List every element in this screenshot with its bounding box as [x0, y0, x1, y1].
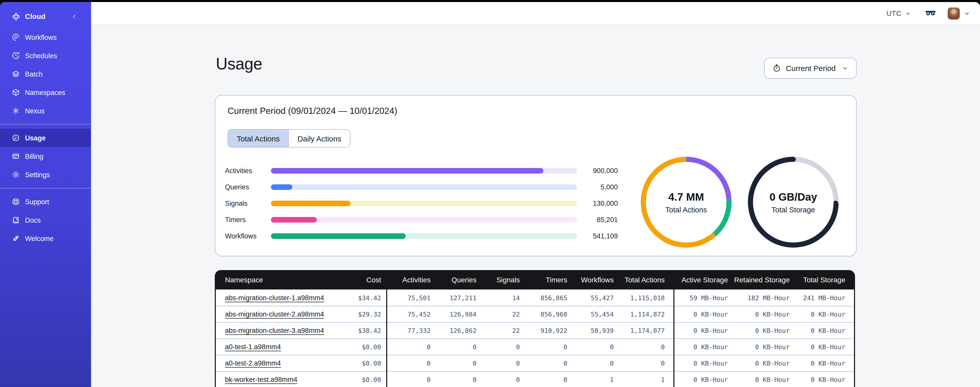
actions-bar-chart: Activities900,000Queries5,000Signals130,… [225, 162, 618, 244]
sidebar-item-label: Workflows [25, 34, 57, 41]
cell-namespace: a0-test-2.a98mm4 [215, 355, 342, 371]
collapse-sidebar-icon[interactable] [71, 13, 78, 20]
sidebar-item-namespaces[interactable]: Namespaces [0, 83, 91, 102]
bar-row-timers: Timers85,201 [225, 211, 618, 228]
cell-queries: 0 [431, 372, 476, 387]
chevron-down-icon[interactable] [964, 10, 970, 17]
tab-daily-actions[interactable]: Daily Actions [288, 130, 350, 147]
bar-row-workflows: Workflows541,109 [225, 228, 618, 244]
docs-icon [12, 216, 20, 224]
cell-activities: 0 [387, 372, 431, 387]
timezone-selector[interactable]: UTC [883, 9, 911, 18]
bar-value: 5,000 [577, 183, 618, 191]
avatar[interactable] [947, 7, 960, 20]
card-title: Current Period (09/01/2024 — 10/01/2024) [228, 106, 397, 117]
bar-label: Workflows [225, 232, 271, 240]
namespace-link[interactable]: abs-migration-cluster-1.a98mm4 [225, 294, 324, 301]
sidebar-item-label: Welcome [25, 235, 54, 242]
glasses-icon[interactable] [925, 8, 936, 19]
table-header-row: NamespaceCostActivitiesQueriesSignalsTim… [215, 270, 855, 289]
brand-label: Cloud [25, 12, 45, 21]
sidebar-divider [0, 188, 91, 189]
donut-cap [791, 157, 796, 162]
bar-row-signals: Signals130,000 [225, 195, 618, 211]
total-actions-value: 4.7 MM [668, 191, 704, 203]
cell-workflows: 0 [567, 339, 614, 355]
cell-timers: 0 [520, 355, 567, 371]
cell-activities: 75,501 [387, 289, 431, 306]
chevron-down-icon [905, 10, 911, 17]
sidebar-item-label: Batch [25, 70, 43, 78]
namespace-link[interactable]: a0-test-2.a98mm4 [225, 360, 281, 367]
cell-namespace: abs-migration-cluster-3.a98mm4 [215, 323, 342, 339]
namespace-link[interactable]: a0-test-1.a98mm4 [225, 343, 281, 351]
sidebar-item-support[interactable]: Support [0, 192, 91, 211]
cell-queries: 0 [431, 339, 476, 355]
workflows-icon [12, 33, 20, 42]
cell-workflows: 0 [567, 355, 614, 371]
sidebar-item-welcome[interactable]: Welcome [0, 229, 91, 248]
cell-cost: $0.00 [342, 339, 387, 355]
sidebar-item-workflows[interactable]: Workflows [0, 28, 91, 46]
sidebar-item-nexus[interactable]: Nexus [0, 102, 91, 120]
sidebar-item-label: Namespaces [25, 89, 65, 96]
cell-retained_storage: 0 KB-Hour [728, 306, 790, 322]
namespace-link[interactable]: bk-worker-test.a98mm4 [225, 376, 298, 384]
temporal-logo-icon [12, 12, 21, 21]
bar-fill [271, 168, 543, 173]
bar-fill [271, 184, 292, 190]
table-row: abs-migration-cluster-1.a98mm4$34.4275,5… [215, 289, 855, 306]
cell-timers: 0 [520, 372, 567, 387]
cell-cost: $0.00 [342, 355, 387, 371]
bar-label: Timers [225, 216, 271, 223]
cell-total_storage: 0 KB-Hour [790, 306, 855, 322]
cell-active_storage: 59 MB-Hour [675, 289, 728, 306]
table-border-line [215, 289, 216, 387]
bar-track [271, 217, 577, 222]
usage-summary-card: Current Period (09/01/2024 — 10/01/2024)… [215, 95, 856, 256]
table-border-line [854, 289, 855, 387]
bar-value: 541,109 [577, 232, 618, 240]
bar-track [271, 233, 577, 239]
sidebar-brand[interactable]: Cloud [0, 9, 91, 24]
app-window: Cloud WorkflowsSchedulesBatchNamespacesN… [0, 2, 980, 387]
column-header-queries: Queries [431, 270, 476, 289]
cell-workflows: 55,454 [567, 306, 614, 322]
column-header-retained-storage: Retained Storage [728, 270, 790, 289]
column-header-timers: Timers [520, 270, 567, 289]
cell-retained_storage: 182 MB-Hour [728, 289, 790, 306]
sidebar-item-schedules[interactable]: Schedules [0, 46, 91, 65]
sidebar-item-batch[interactable]: Batch [0, 65, 91, 83]
cell-namespace: abs-migration-cluster-1.a98mm4 [215, 289, 342, 306]
sidebar-item-settings[interactable]: Settings [0, 165, 91, 184]
namespace-link[interactable]: abs-migration-cluster-2.a98mm4 [225, 310, 324, 318]
sidebar-item-usage[interactable]: Usage [0, 129, 91, 147]
namespaces-icon [12, 88, 20, 96]
period-selector-button[interactable]: Current Period [764, 58, 856, 78]
column-header-namespace: Namespace [215, 270, 342, 289]
cell-cost: $38.42 [342, 323, 387, 339]
tab-total-actions[interactable]: Total Actions [228, 130, 288, 147]
actions-tab-group: Total ActionsDaily Actions [228, 129, 350, 147]
stopwatch-icon [773, 64, 781, 72]
total-actions-donut: 4.7 MM Total Actions [641, 157, 732, 248]
cell-total_storage: 0 KB-Hour [790, 339, 855, 355]
column-header-total-actions: Total Actions [614, 270, 675, 289]
main-area: Usage Current Period Current Period (09/… [91, 25, 980, 387]
table-row: abs-migration-cluster-3.a98mm4$38.4277,3… [215, 322, 855, 339]
cell-namespace: bk-worker-test.a98mm4 [215, 372, 342, 387]
content: Usage Current Period Current Period (09/… [215, 25, 856, 387]
total-storage-donut: 0 GB/Day Total Storage [748, 157, 839, 248]
bar-value: 85,201 [577, 216, 618, 223]
cell-timers: 910,922 [520, 323, 567, 339]
cell-timers: 0 [520, 339, 567, 355]
period-button-label: Current Period [786, 64, 836, 72]
batch-icon [12, 70, 20, 78]
cell-total_actions: 1 [614, 372, 675, 387]
namespace-link[interactable]: abs-migration-cluster-3.a98mm4 [225, 327, 324, 334]
sidebar-item-billing[interactable]: Billing [0, 147, 91, 165]
cell-signals: 22 [476, 306, 520, 322]
cell-queries: 0 [431, 355, 476, 371]
sidebar-item-docs[interactable]: Docs [0, 211, 91, 229]
cell-workflows: 1 [567, 372, 614, 387]
